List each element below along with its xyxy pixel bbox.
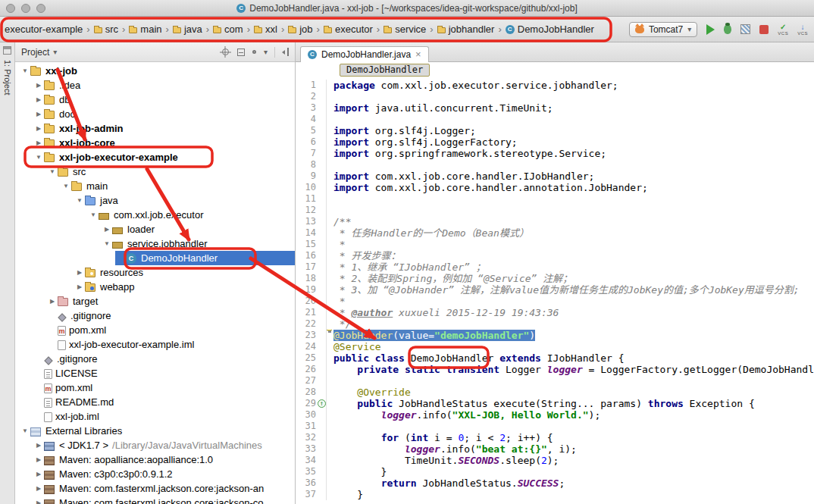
tree-item-external-libraries[interactable]: ▼External Libraries (15, 424, 295, 438)
editor-tab-demojobhandler[interactable]: C DemoJobHandler.java × (300, 46, 429, 62)
tree-item-db[interactable]: ▶db (15, 92, 295, 107)
code-text[interactable]: for (int i = 0; i < 2; i++) { (326, 432, 814, 443)
code-text[interactable]: logger.info("beat at:{}", i); (326, 443, 814, 455)
tree-toggle-closed[interactable]: ▶ (33, 485, 44, 492)
code-line-27[interactable]: 27 (296, 375, 814, 387)
tree-toggle-open[interactable]: ▼ (74, 197, 85, 204)
tree-item-xxl-job-admin[interactable]: ▶xxl-job-admin (15, 121, 295, 136)
breadcrumb-item-job[interactable]: job (286, 23, 314, 35)
code-line-16[interactable]: 16 * 开发步骤： (296, 250, 814, 261)
code-line-10[interactable]: 10import com.xxl.job.core.handler.annota… (296, 182, 814, 193)
tree-toggle-open[interactable]: ▼ (102, 240, 112, 247)
tree-item-main[interactable]: ▼main (15, 179, 295, 193)
gear-icon[interactable] (252, 50, 256, 54)
collapse-all-icon[interactable] (237, 49, 245, 56)
tree-toggle-closed[interactable]: ▶ (33, 456, 44, 463)
vcs-commit-button[interactable]: ✓ VCS (778, 23, 788, 36)
tree-toggle-closed[interactable]: ▶ (33, 499, 44, 504)
code-line-30[interactable]: 30 logger.info("XXL-JOB, Hello World."); (296, 409, 814, 421)
code-line-25[interactable]: 25public class DemoJobHandler extends IJ… (296, 352, 814, 364)
tree-toggle-closed[interactable]: ▶ (47, 298, 58, 305)
debug-button[interactable] (724, 24, 731, 34)
code-line-19[interactable]: 19 * 3、加 “@JobHander” 注解，注解value值为新增任务生成… (296, 284, 814, 296)
code-line-32[interactable]: 32 for (int i = 0; i < 2; i++) { (296, 432, 814, 443)
tree-item-xxl-job-executor-example[interactable]: ▼xxl-job-executor-example (15, 150, 295, 164)
code-line-9[interactable]: 9import com.xxl.job.core.handler.IJobHan… (296, 171, 814, 182)
code-text[interactable]: * (326, 239, 814, 250)
code-line-7[interactable]: 7import org.springframework.stereotype.S… (296, 148, 814, 159)
code-text[interactable]: return JobHandleStatus.SUCCESS; (326, 477, 814, 489)
code-line-8[interactable]: 8 (296, 159, 814, 171)
code-line-26[interactable]: 26 private static transient Logger logge… (296, 364, 814, 375)
code-text[interactable]: /** (326, 216, 814, 227)
intention-bulb-icon[interactable] (326, 330, 333, 331)
code-line-4[interactable]: 4 (296, 114, 814, 125)
window-close-button[interactable] (6, 4, 15, 13)
breadcrumb-item-demojobhandler[interactable]: CDemoJobHandler (504, 23, 596, 35)
tree-toggle-closed[interactable]: ▶ (33, 125, 44, 132)
code-text[interactable]: public JobHandleStatus execute(String...… (326, 398, 814, 409)
code-line-34[interactable]: 34 TimeUnit.SECONDS.sleep(2); (296, 455, 814, 466)
code-text[interactable]: */ (326, 318, 814, 330)
tree-toggle-closed[interactable]: ▶ (102, 226, 112, 233)
code-text[interactable] (326, 375, 814, 387)
code-text[interactable]: import org.slf4j.LoggerFactory; (326, 136, 814, 148)
code-line-35[interactable]: 35 } (296, 466, 814, 477)
breadcrumb-item-executor[interactable]: executor (322, 23, 374, 35)
code-text[interactable]: import org.springframework.stereotype.Se… (326, 148, 814, 159)
project-stripe-label[interactable]: 1: Project (3, 60, 12, 95)
class-chip[interactable]: DemoJobHandler (340, 64, 430, 77)
code-text[interactable] (326, 159, 814, 171)
tree-toggle-open[interactable]: ▼ (20, 67, 30, 74)
tree-toggle-closed[interactable]: ▶ (33, 139, 44, 146)
breadcrumb-item-jobhandler[interactable]: jobhandler (436, 23, 496, 35)
close-icon[interactable]: × (415, 51, 421, 58)
tree-item-demojobhandler[interactable]: CDemoJobHandler (15, 251, 295, 265)
code-text[interactable] (326, 205, 814, 216)
code-line-28[interactable]: 28 @Override (296, 387, 814, 398)
tree-item-license[interactable]: LICENSE (15, 366, 295, 380)
code-line-23[interactable]: 23@JobHander(value="demoJobHandler") (296, 330, 814, 341)
code-line-37[interactable]: 37 } (296, 489, 814, 500)
code-line-14[interactable]: 14 * 任务Handler的一个Demo（Bean模式） (296, 227, 814, 239)
stop-button[interactable] (759, 25, 769, 34)
code-line-13[interactable]: 13/** (296, 216, 814, 227)
tree-toggle-closed[interactable]: ▶ (74, 283, 85, 290)
tree-item-service-jobhandler[interactable]: ▼service.jobhandler (15, 236, 295, 251)
code-text[interactable]: @JobHander(value="demoJobHandler") (326, 330, 814, 341)
breadcrumb-item-src[interactable]: src (92, 23, 120, 35)
code-text[interactable] (326, 114, 814, 125)
code-line-15[interactable]: 15 * (296, 239, 814, 250)
tree-item-src[interactable]: ▼src (15, 164, 295, 179)
code-text[interactable]: * @author xuxueli 2015-12-19 19:43:36 (326, 307, 814, 318)
code-text[interactable]: import java.util.concurrent.TimeUnit; (326, 102, 814, 114)
tree-item-loader[interactable]: ▶loader (15, 222, 295, 236)
breadcrumb-item-com[interactable]: com (211, 23, 245, 35)
code-text[interactable]: import com.xxl.job.core.handler.IJobHand… (326, 171, 814, 182)
code-text[interactable] (326, 193, 814, 205)
code-text[interactable]: * 3、加 “@JobHander” 注解，注解value值为新增任务生成的Jo… (326, 284, 814, 296)
code-line-20[interactable]: 20 * (296, 296, 814, 307)
code-line-3[interactable]: 3import java.util.concurrent.TimeUnit; (296, 102, 814, 114)
code-line-11[interactable]: 11 (296, 193, 814, 205)
code-text[interactable]: * 1、继承 “IJobHandler” ； (326, 261, 814, 273)
code-text[interactable]: } (326, 489, 814, 500)
tree-item-resources[interactable]: ▶resources (15, 265, 295, 280)
code-text[interactable]: import org.slf4j.Logger; (326, 125, 814, 136)
code-text[interactable]: * 2、装配到Spring，例如加 “@Service” 注解； (326, 273, 814, 284)
code-text[interactable] (326, 421, 814, 432)
tree-item-maven-c3p0-c3p0-0-9-1-2[interactable]: ▶Maven: c3p0:c3p0:0.9.1.2 (15, 467, 295, 481)
code-line-1[interactable]: 1package com.xxl.job.executor.service.jo… (296, 80, 814, 91)
code-text[interactable]: private static transient Logger logger =… (326, 364, 814, 375)
code-line-21[interactable]: 21 * @author xuxueli 2015-12-19 19:43:36 (296, 307, 814, 318)
tree-item-webapp[interactable]: ▶webapp (15, 280, 295, 294)
run-configuration-select[interactable]: Tomcat7 ▾ (629, 22, 697, 37)
code-line-24[interactable]: 24@Service (296, 341, 814, 352)
code-text[interactable]: logger.info("XXL-JOB, Hello World."); (326, 409, 814, 421)
tree-toggle-open[interactable]: ▼ (61, 183, 71, 189)
chevron-down-icon[interactable]: ▾ (53, 48, 57, 56)
code-line-17[interactable]: 17 * 1、继承 “IJobHandler” ； (296, 261, 814, 273)
tree-item-xxl-job-iml[interactable]: xxl-job.iml (15, 409, 295, 424)
tree-item-gitignore[interactable]: .gitignore (15, 352, 295, 366)
run-button[interactable] (706, 24, 715, 35)
